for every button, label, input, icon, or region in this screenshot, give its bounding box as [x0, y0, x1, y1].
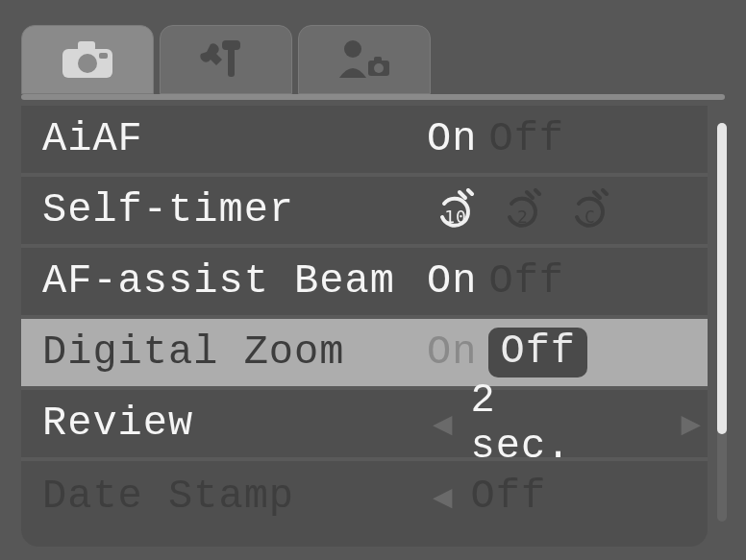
- svg-point-6: [344, 40, 361, 58]
- menu-row-self-timer[interactable]: Self-timer 10: [21, 177, 708, 248]
- svg-rect-1: [78, 41, 95, 51]
- menu-value: 10 2: [427, 188, 617, 232]
- timer-2-icon[interactable]: 2: [494, 188, 550, 232]
- svg-line-17: [603, 190, 607, 194]
- svg-line-16: [594, 192, 600, 198]
- tab-setup[interactable]: [160, 25, 292, 94]
- spinner-value: 2 sec.: [470, 377, 596, 470]
- menu-value: ◀ 2 sec. ▶: [427, 377, 708, 470]
- spinner-value: Off: [470, 474, 546, 520]
- menu-row-af-assist[interactable]: AF-assist Beam On Off: [21, 248, 708, 319]
- timer-10-icon[interactable]: 10: [427, 188, 483, 232]
- menu-label: AiAF: [42, 116, 427, 162]
- menu-value: On Off: [427, 116, 564, 162]
- svg-rect-8: [374, 57, 382, 62]
- tools-icon: [199, 38, 253, 81]
- option-on[interactable]: On: [427, 329, 477, 376]
- svg-text:C: C: [584, 207, 596, 227]
- menu-row-date-stamp[interactable]: Date Stamp ◀ Off: [21, 461, 708, 532]
- chevron-left-icon[interactable]: ◀: [427, 476, 459, 517]
- option-off[interactable]: Off: [488, 116, 564, 162]
- scrollbar-track[interactable]: [717, 123, 727, 522]
- svg-line-13: [527, 192, 533, 198]
- chevron-left-icon[interactable]: ◀: [427, 403, 459, 444]
- svg-point-2: [78, 54, 97, 73]
- tab-camera[interactable]: [21, 25, 154, 94]
- camera-icon: [61, 39, 114, 80]
- menu-label: Date Stamp: [42, 474, 427, 520]
- svg-line-10: [460, 192, 465, 198]
- menu-value: ◀ Off: [427, 474, 546, 520]
- timer-custom-icon[interactable]: C: [561, 188, 617, 232]
- tab-underline: [21, 94, 725, 100]
- option-on[interactable]: On: [427, 116, 477, 162]
- menu-label: Digital Zoom: [42, 329, 427, 376]
- option-off-selected[interactable]: Off: [488, 328, 587, 377]
- tab-bar: [21, 13, 725, 94]
- scrollbar-thumb[interactable]: [717, 123, 727, 434]
- svg-text:2: 2: [517, 207, 529, 227]
- menu-label: Review: [42, 401, 427, 447]
- svg-text:10: 10: [444, 207, 467, 227]
- settings-menu: AiAF On Off Self-timer 10: [21, 106, 708, 547]
- menu-label: AF-assist Beam: [42, 258, 427, 304]
- menu-row-review[interactable]: Review ◀ 2 sec. ▶: [21, 390, 708, 461]
- svg-point-9: [374, 63, 384, 73]
- svg-rect-5: [222, 40, 240, 50]
- option-off[interactable]: Off: [488, 258, 564, 304]
- option-on[interactable]: On: [427, 258, 477, 304]
- menu-row-aiaf[interactable]: AiAF On Off: [21, 106, 708, 177]
- menu-value: On Off: [427, 328, 587, 377]
- menu-label: Self-timer: [42, 187, 427, 233]
- tab-mycamera[interactable]: [298, 25, 431, 94]
- menu-value: On Off: [427, 258, 564, 304]
- svg-line-11: [468, 190, 472, 194]
- svg-rect-3: [99, 53, 108, 59]
- chevron-right-icon[interactable]: ▶: [676, 403, 708, 444]
- person-camera-icon: [336, 37, 393, 82]
- svg-line-14: [535, 190, 539, 194]
